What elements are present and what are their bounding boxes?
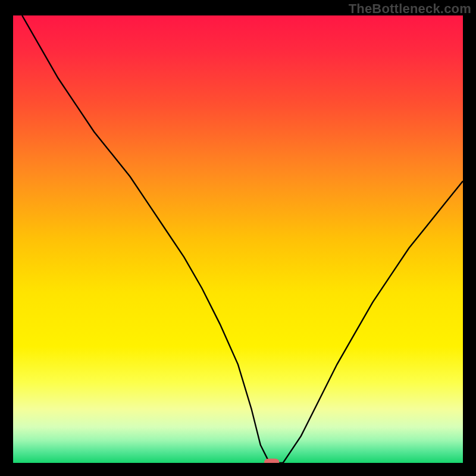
chart-svg [13,15,463,463]
plot-area [13,15,463,463]
optimal-marker [265,459,279,463]
watermark-label: TheBottleneck.com [349,1,471,17]
gradient-background [13,15,463,463]
chart-frame: TheBottleneck.com [0,0,476,476]
